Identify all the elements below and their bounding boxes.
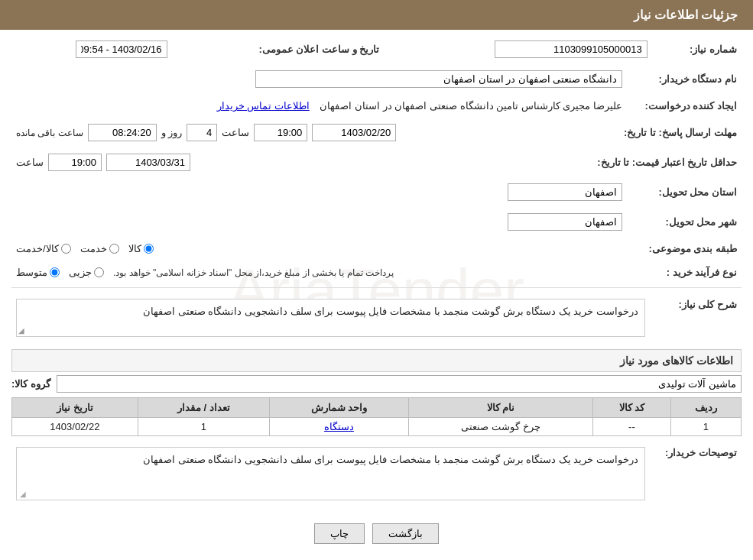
content-inner: شماره نیاز: تاریخ و ساعت اعلان عمومی: نا…: [11, 37, 742, 544]
page-header: جزئیات اطلاعات نیاز: [0, 0, 753, 30]
shahr-input: [508, 213, 622, 231]
tabaghe-kala-khadamat-item: کالا/خدمت: [16, 243, 71, 254]
watermark-container: AriaTender شماره نیاز: تاریخ و ساعت اعلا…: [11, 37, 742, 544]
kala-section-title: اطلاعات کالاهای مورد نیاز: [11, 349, 742, 372]
ijad-value: علیرضا مجیری کارشناس تامین دانشگاه صنعتی…: [11, 97, 627, 115]
tosiyat-table: توصیحات خریدار: درخواست خرید یک دستگاه ب…: [11, 441, 742, 511]
shahr-value: [11, 210, 627, 234]
ijad-link[interactable]: اطلاعات تماس خریدار: [217, 100, 310, 112]
cell-vahed: دستگاه: [270, 418, 409, 436]
tabaghe-khadamat-item: خدمت: [80, 243, 119, 254]
mohlat-dates: ساعت باقی مانده روز و ساعت: [11, 121, 619, 144]
nooe-jazoii-item: جزیی: [69, 267, 104, 278]
nooe-mottavasset-radio[interactable]: [50, 267, 60, 277]
tabaghe-label: طبقه بندی موضوعی:: [627, 240, 742, 257]
sharh-box-cell: درخواست خرید یک دستگاه برش گوشت منجمد با…: [11, 293, 650, 343]
nooe-label: نوع فرآیند خرید :: [627, 264, 742, 281]
info-table-row2: نام دستگاه خریدار:: [11, 67, 742, 91]
tarikh-value: [11, 37, 172, 61]
col-tedad: تعداد / مقدار: [138, 398, 269, 418]
col-radif: ردیف: [670, 398, 741, 418]
mohlat-label: مهلت ارسال پاسخ: تا تاریخ:: [619, 121, 742, 144]
tosiyat-text: درخواست خرید یک دستگاه برش گوشت منجمد با…: [143, 454, 638, 465]
cell-vahed-link[interactable]: دستگاه: [324, 421, 354, 432]
mohlat-roz-label: روز و: [161, 127, 183, 138]
mohlat-saat-input: [254, 124, 307, 141]
info-table-row9: نوع فرآیند خرید : متوسط جزیی: [11, 264, 742, 281]
page-title: جزئیات اطلاعات نیاز: [634, 8, 738, 21]
tabaghe-khadamat-radio[interactable]: [109, 244, 119, 254]
table-row: 1 -- چرخ گوشت صنعتی دستگاه 1 1403/02/22: [12, 418, 742, 436]
sharh-text: درخواست خرید یک دستگاه برش گوشت منجمد با…: [143, 306, 638, 317]
shomara-input: [495, 40, 648, 58]
sharh-box: درخواست خرید یک دستگاه برش گوشت منجمد با…: [16, 299, 645, 337]
nam-dastgah-value: [11, 67, 627, 91]
shomara-value: [394, 37, 651, 61]
tosiyat-box: درخواست خرید یک دستگاه برش گوشت منجمد با…: [16, 447, 645, 500]
divider-1: [11, 287, 742, 288]
tabaghe-kala-khadamat-label: کالا/خدمت: [16, 243, 59, 254]
hadaghol-saat-label: ساعت: [16, 157, 44, 168]
group-input: [57, 375, 742, 393]
resize-handle-sharh: ◢: [18, 326, 24, 335]
print-button[interactable]: چاپ: [314, 523, 365, 544]
tabaghe-radios: کالا/خدمت خدمت کالا: [11, 240, 627, 257]
kala-table: ردیف کد کالا نام کالا واحد شمارش تعداد /…: [11, 397, 742, 436]
mohlat-baqi-input: [88, 124, 157, 141]
info-table-row3: ایجاد کننده درخواست: علیرضا مجیری کارشنا…: [11, 97, 742, 115]
back-button[interactable]: بازگشت: [372, 523, 439, 544]
tosiyat-box-cell: درخواست خرید یک دستگاه برش گوشت منجمد با…: [11, 441, 650, 511]
tosiyat-label: توصیحات خریدار:: [650, 441, 742, 511]
tabaghe-kala-label: کالا: [128, 243, 141, 254]
info-table-row4: مهلت ارسال پاسخ: تا تاریخ: ساعت باقی مان…: [11, 121, 742, 144]
tabaghe-khadamat-label: خدمت: [80, 243, 107, 254]
info-table-row1: شماره نیاز: تاریخ و ساعت اعلان عمومی:: [11, 37, 742, 61]
ostan-input: [508, 183, 622, 201]
info-table-row6: استان محل تحویل:: [11, 180, 742, 204]
ostan-label: استان محل تحویل:: [627, 180, 742, 204]
main-content: AriaTender شماره نیاز: تاریخ و ساعت اعلا…: [0, 30, 753, 552]
nooe-radio-group: متوسط جزیی: [16, 267, 104, 278]
shahr-label: شهر محل تحویل:: [627, 210, 742, 234]
cell-radif: 1: [670, 418, 741, 436]
tarikh-label: تاریخ و ساعت اعلان عمومی:: [172, 37, 395, 61]
sharh-label: شرح کلی نیاز:: [650, 293, 742, 343]
nooe-wrapper: متوسط جزیی پرداخت تمام یا بخشی از مبلغ خ…: [16, 267, 622, 278]
cell-tedad: 1: [138, 418, 269, 436]
info-table-row8: طبقه بندی موضوعی: کالا/خدمت خدمت: [11, 240, 742, 257]
nooe-mottavasset-item: متوسط: [16, 267, 60, 278]
mohlat-saat-label: ساعت: [222, 127, 249, 138]
nooe-description: پرداخت تمام یا بخشی از مبلغ خرید،از محل …: [113, 267, 394, 278]
col-vahed: واحد شمارش: [270, 398, 409, 418]
page-wrapper: جزئیات اطلاعات نیاز AriaTender شماره نیا…: [0, 0, 753, 560]
cell-kod: --: [593, 418, 671, 436]
nooe-mottavasset-label: متوسط: [16, 267, 47, 278]
hadaghol-label: حداقل تاریخ اعتبار قیمت: تا تاریخ:: [592, 151, 742, 174]
tabaghe-kala-khadamat-radio[interactable]: [61, 244, 71, 254]
mohlat-baqi-label: ساعت باقی مانده: [16, 128, 83, 138]
nooe-jazoii-radio[interactable]: [94, 267, 104, 277]
nam-dastgah-input: [255, 70, 622, 88]
shomara-label: شماره نیاز:: [652, 37, 742, 61]
kala-table-body: 1 -- چرخ گوشت صنعتی دستگاه 1 1403/02/22: [12, 418, 742, 436]
cell-nam: چرخ گوشت صنعتی: [408, 418, 592, 436]
ijad-label: ایجاد کننده درخواست:: [627, 97, 742, 115]
nooe-jazoii-label: جزیی: [69, 267, 92, 278]
hadaghol-date-input: [106, 154, 190, 171]
tabaghe-kala-radio[interactable]: [144, 244, 154, 254]
tarikh-input: [76, 40, 167, 58]
hadaghol-saat-input: [48, 154, 102, 171]
bottom-buttons: بازگشت چاپ: [11, 523, 742, 544]
nooe-content: متوسط جزیی پرداخت تمام یا بخشی از مبلغ خ…: [11, 264, 627, 281]
tabaghe-radio-group: کالا/خدمت خدمت کالا: [16, 243, 622, 254]
tabaghe-kala-item: کالا: [128, 243, 154, 254]
info-table-row5: حداقل تاریخ اعتبار قیمت: تا تاریخ: ساعت: [11, 151, 742, 174]
mohlat-date-input: [312, 124, 396, 141]
ijad-name: علیرضا مجیری کارشناس تامین دانشگاه صنعتی…: [320, 100, 622, 112]
col-kod: کد کالا: [593, 398, 671, 418]
group-row: گروه کالا:: [11, 375, 742, 393]
info-table-row7: شهر محل تحویل:: [11, 210, 742, 234]
cell-tarikh: 1403/02/22: [12, 418, 138, 436]
resize-handle-tosiyat: ◢: [20, 490, 26, 498]
col-tarikh: تاریخ نیاز: [12, 398, 138, 418]
